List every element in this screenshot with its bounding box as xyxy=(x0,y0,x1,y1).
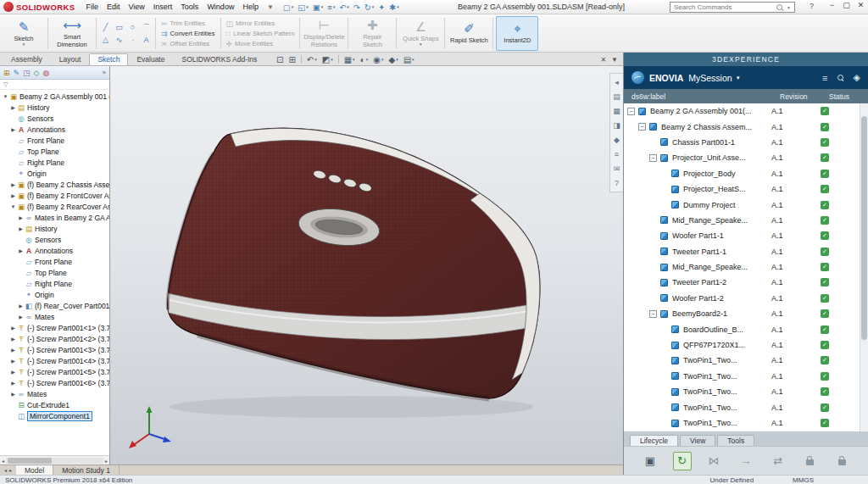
doc-tab-motion-study-1[interactable]: Motion Study 1 xyxy=(53,465,120,475)
options-icon[interactable]: ✱▾ xyxy=(387,3,400,12)
expander-icon[interactable]: ▶ xyxy=(9,391,17,397)
menu-icon[interactable]: ≡ xyxy=(822,73,827,83)
tree-item-front-plane[interactable]: ▱Front Plane xyxy=(0,135,109,146)
rapid-sketch-button[interactable]: ✐Rapid Sketch xyxy=(448,16,490,51)
structure-row-twopin1-two[interactable]: TwoPin1_Two...A.1✓ xyxy=(624,415,860,431)
help-icon[interactable]: ? xyxy=(615,179,619,187)
tab-tools[interactable]: Tools xyxy=(717,435,754,446)
structure-row-qfp67p1720x1[interactable]: QFP67P1720X1...A.1✓ xyxy=(624,337,860,353)
structure-row-beamy-2-chassis-assem[interactable]: −Beamy 2 Chassis Assem...A.1✓ xyxy=(624,119,860,134)
pin-menu-icon[interactable]: ▼ xyxy=(267,3,274,11)
swap-icon[interactable]: ⇄ xyxy=(769,452,787,470)
tab-layout[interactable]: Layout xyxy=(51,53,90,65)
search-input[interactable] xyxy=(674,3,773,11)
move-entities-button[interactable]: ✛Move Entities xyxy=(224,40,298,48)
panel-close-icon[interactable]: ✕ xyxy=(600,56,606,64)
restore-button[interactable]: ▢ xyxy=(841,1,852,9)
tree-item-front-plane[interactable]: ▱Front Plane xyxy=(0,256,109,267)
collections-icon[interactable]: ▣ xyxy=(641,452,659,470)
expander-icon[interactable]: ▶ xyxy=(9,126,17,132)
structure-row-tweeter-part1-1[interactable]: Tweeter Part1-1A.1✓ xyxy=(624,244,860,259)
text-tool-icon[interactable]: A xyxy=(140,34,153,46)
tree-item-screw-part001-4-3-75-x-3[interactable]: ▶Ŧ(-) Screw Part001<4> (3.75 x 3 xyxy=(0,355,109,366)
expander-icon[interactable]: ▶ xyxy=(17,225,25,231)
arc-tool-icon[interactable]: ⌒ xyxy=(140,21,153,33)
structure-row-chassis-part001-1[interactable]: Chassis Part001-1A.1✓ xyxy=(624,135,860,150)
circle-tool-icon[interactable]: ○ xyxy=(126,21,139,33)
mirror-entities-button[interactable]: ◫Mirror Entities xyxy=(224,19,298,28)
doc-tab-right-icon[interactable]: ▸ xyxy=(9,467,12,473)
quick-snaps-button[interactable]: ∠Quick Snaps▾ xyxy=(399,16,442,51)
structure-row-beamy-2-ga-assembly-001[interactable]: −Beamy 2 GA Assembly 001(...A.1✓ xyxy=(624,103,860,119)
point-tool-icon[interactable]: ∙ xyxy=(126,34,139,46)
expander-icon[interactable]: ▶ xyxy=(9,325,17,331)
view-orientation-icon[interactable]: ▦▾ xyxy=(344,55,355,64)
expander-icon[interactable]: − xyxy=(638,123,646,131)
design-library-icon[interactable]: ▤ xyxy=(613,92,620,101)
spline-tool-icon[interactable]: ∿ xyxy=(113,34,125,46)
expander-icon[interactable]: ▶ xyxy=(9,380,17,386)
instant2d-button[interactable]: ⌖Instant2D xyxy=(496,16,538,51)
propertymanager-tab-icon[interactable]: ✎ xyxy=(14,69,20,77)
menu-edit[interactable]: Edit xyxy=(103,3,125,11)
panel-collapse-icon[interactable]: ▼ xyxy=(611,56,618,64)
expander-icon[interactable]: ▶ xyxy=(9,369,17,375)
lock-icon[interactable] xyxy=(800,452,819,470)
search-icon[interactable] xyxy=(837,75,844,81)
tab-evaluate[interactable]: Evaluate xyxy=(128,53,173,65)
display-delete-relations-button[interactable]: ⊢Display/Delete Relations xyxy=(303,16,345,51)
custom-properties-icon[interactable]: ≡ xyxy=(615,150,619,159)
expand-panel-icon[interactable]: » xyxy=(103,69,106,76)
expander-icon[interactable]: ▶ xyxy=(9,358,17,364)
expander-icon[interactable]: ▶ xyxy=(9,192,17,198)
structure-row-woofer-part1-1[interactable]: Woofer Part1-1A.1✓ xyxy=(624,228,860,243)
filter-icon[interactable]: ▽ xyxy=(3,81,8,88)
tree-item-f-rear-cover-part001-1[interactable]: ▶◧(f) Rear_Cover Part001<1> xyxy=(0,300,109,311)
structure-row-woofer-part1-2[interactable]: Woofer Part1-2A.1✓ xyxy=(624,291,860,306)
tree-item-origin[interactable]: ⌖Origin xyxy=(0,168,109,179)
collapse-icon[interactable]: ◂ xyxy=(615,78,619,86)
unlock-icon[interactable] xyxy=(832,452,851,470)
tree-item-mates-in-beamy-2-ga-asse[interactable]: ▶∞Mates in Beamy 2 GA Asse xyxy=(0,212,109,223)
expander-icon[interactable]: ▶ xyxy=(9,347,17,353)
structure-row-tweeter-part1-2[interactable]: Tweeter Part1-2A.1✓ xyxy=(624,275,860,290)
tree-horizontal-scrollbar[interactable]: ◂ ▸ xyxy=(0,455,109,465)
tree-item-top-plane[interactable]: ▱Top Plane xyxy=(0,267,109,278)
tab-assembly[interactable]: Assembly xyxy=(3,53,51,65)
offset-entities-button[interactable]: ≍Offset Entities xyxy=(159,40,218,48)
file-properties-icon[interactable]: ✦ xyxy=(376,3,387,12)
save-icon[interactable]: ▣▾ xyxy=(311,3,326,12)
edit-appearance-icon[interactable]: ◆▾ xyxy=(388,55,398,64)
tag-icon[interactable]: ◈ xyxy=(854,72,860,83)
convert-entities-button[interactable]: ⇉Convert Entities xyxy=(159,30,218,38)
redo-icon[interactable]: ↷ xyxy=(352,3,362,12)
trim-entities-button[interactable]: ✂Trim Entities xyxy=(159,19,218,28)
structure-row-twopin1-two[interactable]: TwoPin1_Two...A.1✓ xyxy=(624,353,860,368)
tree-item-mates[interactable]: ▶∞Mates xyxy=(0,388,109,399)
expander-icon[interactable]: ▶ xyxy=(17,314,25,320)
tree-item-history[interactable]: ▶▤History xyxy=(0,223,109,234)
tree-item-annotations[interactable]: ▶AAnnotations xyxy=(0,124,109,135)
tree-item-mates[interactable]: ▶∞Mates xyxy=(0,311,109,322)
tab-view[interactable]: View xyxy=(680,435,715,446)
configurationmanager-tab-icon[interactable]: ◳ xyxy=(23,69,31,77)
model-beamy2-assembly[interactable] xyxy=(110,66,623,465)
expander-icon[interactable]: ▶ xyxy=(9,336,17,342)
graphics-viewport[interactable]: ◂▤▦◨◆≡✉? xyxy=(110,66,623,465)
structure-row-boardoutline-b[interactable]: BoardOutline_B...A.1✓ xyxy=(624,321,860,337)
tree-item-sensors[interactable]: ◎Sensors xyxy=(0,113,109,124)
featuremanager-tab-icon[interactable]: ⊞ xyxy=(3,69,10,77)
forum-icon[interactable]: ✉ xyxy=(614,164,620,173)
tab-solidworks-add-ins[interactable]: SOLIDWORKS Add-Ins xyxy=(173,53,265,65)
tree-item-f-beamy-2-rearcover-assem[interactable]: ▼▣(f) Beamy 2 RearCover Assem xyxy=(0,201,109,212)
structure-row-twopin1-two[interactable]: TwoPin1_Two...A.1✓ xyxy=(624,399,860,414)
smart-dimension-button[interactable]: ⟷Smart Dimension xyxy=(51,16,93,51)
expander-icon[interactable]: ▶ xyxy=(17,303,25,309)
linear-sketch-pattern-button[interactable]: ∷Linear Sketch Pattern xyxy=(224,30,298,38)
structure-row-twopin1-two[interactable]: TwoPin1_Two...A.1✓ xyxy=(624,369,860,384)
expander-icon[interactable]: ▶ xyxy=(17,214,25,220)
mysession-dropdown[interactable]: MySession▼ xyxy=(688,73,740,83)
view-palette-icon[interactable]: ◨ xyxy=(613,121,620,130)
tab-lifecycle[interactable]: Lifecycle xyxy=(630,435,678,446)
structure-row-projector-unit-asse[interactable]: −Projector_Unit Asse...A.1✓ xyxy=(624,150,860,165)
